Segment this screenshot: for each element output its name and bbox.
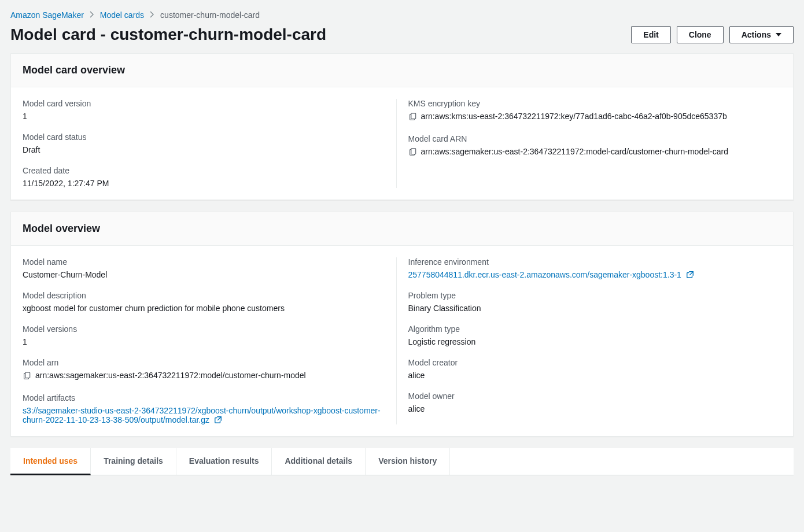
value-model-arn: arn:aws:sagemaker:us-east-2:364732211972… xyxy=(35,371,306,380)
external-link-icon xyxy=(686,271,694,279)
panel-title: Model overview xyxy=(23,223,781,235)
tab-intended-uses[interactable]: Intended uses xyxy=(10,448,91,475)
page-title: Model card - customer-churn-model-card xyxy=(10,25,326,44)
label-created-date: Created date xyxy=(23,166,385,175)
label-model-artifacts: Model artifacts xyxy=(23,393,385,402)
header-actions: Edit Clone Actions xyxy=(631,26,794,43)
tab-additional-details[interactable]: Additional details xyxy=(272,448,366,475)
svg-rect-1 xyxy=(411,113,415,119)
label-model-card-status: Model card status xyxy=(23,132,385,142)
label-inference-env: Inference environment xyxy=(408,257,770,267)
value-algorithm-type: Logistic regression xyxy=(408,337,770,346)
chevron-right-icon xyxy=(150,10,154,20)
value-model-card-arn: arn:aws:sagemaker:us-east-2:364732211972… xyxy=(421,147,729,156)
actions-button[interactable]: Actions xyxy=(729,26,794,43)
label-model-name: Model name xyxy=(23,257,385,267)
tab-evaluation-results[interactable]: Evaluation results xyxy=(176,448,272,475)
label-model-owner: Model owner xyxy=(408,391,770,401)
tab-version-history[interactable]: Version history xyxy=(366,448,450,475)
clone-button[interactable]: Clone xyxy=(677,26,724,43)
value-kms-key: arn:aws:kms:us-east-2:364732211972:key/7… xyxy=(421,112,727,121)
external-link-icon xyxy=(214,416,222,424)
label-algorithm-type: Algorithm type xyxy=(408,324,770,334)
label-model-card-version: Model card version xyxy=(23,99,385,108)
model-card-overview-panel: Model card overview Model card version 1… xyxy=(10,53,794,200)
tab-training-details[interactable]: Training details xyxy=(91,448,176,475)
value-model-card-version: 1 xyxy=(23,112,385,121)
value-model-owner: alice xyxy=(408,404,770,413)
value-model-description: xgboost model for customer churn predict… xyxy=(23,304,385,313)
label-problem-type: Problem type xyxy=(408,291,770,300)
copy-icon[interactable] xyxy=(408,113,416,121)
page-header: Model card - customer-churn-model-card E… xyxy=(10,25,794,44)
caret-down-icon xyxy=(776,33,781,36)
edit-button[interactable]: Edit xyxy=(631,26,670,43)
link-model-artifacts[interactable]: s3://sagemaker-studio-us-east-2-36473221… xyxy=(23,406,381,424)
breadcrumb-root[interactable]: Amazon SageMaker xyxy=(10,10,84,20)
breadcrumb: Amazon SageMaker Model cards customer-ch… xyxy=(10,10,794,20)
breadcrumb-current: customer-churn-model-card xyxy=(160,10,260,20)
value-model-card-status: Draft xyxy=(23,145,385,154)
value-problem-type: Binary Classification xyxy=(408,304,770,313)
chevron-right-icon xyxy=(90,10,94,20)
panel-header: Model overview xyxy=(11,212,793,246)
value-model-versions: 1 xyxy=(23,337,385,346)
label-model-versions: Model versions xyxy=(23,324,385,334)
label-model-description: Model description xyxy=(23,291,385,300)
panel-title: Model card overview xyxy=(23,64,781,76)
value-model-name: Customer-Churn-Model xyxy=(23,270,385,279)
value-created-date: 11/15/2022, 1:27:47 PM xyxy=(23,179,385,188)
svg-rect-5 xyxy=(25,372,30,378)
detail-tabs: Intended uses Training details Evaluatio… xyxy=(10,448,794,475)
breadcrumb-model-cards[interactable]: Model cards xyxy=(100,10,144,20)
label-kms-key: KMS encryption key xyxy=(408,99,770,108)
label-model-card-arn: Model card ARN xyxy=(408,134,770,143)
actions-button-label: Actions xyxy=(742,30,771,39)
label-model-arn: Model arn xyxy=(23,358,385,367)
link-inference-env[interactable]: 257758044811.dkr.ecr.us-east-2.amazonaws… xyxy=(408,270,694,279)
svg-rect-3 xyxy=(411,149,415,154)
panel-header: Model card overview xyxy=(11,54,793,87)
label-model-creator: Model creator xyxy=(408,358,770,367)
model-overview-panel: Model overview Model name Customer-Churn… xyxy=(10,212,794,437)
value-model-creator: alice xyxy=(408,371,770,380)
copy-icon[interactable] xyxy=(23,372,31,380)
copy-icon[interactable] xyxy=(408,148,416,156)
